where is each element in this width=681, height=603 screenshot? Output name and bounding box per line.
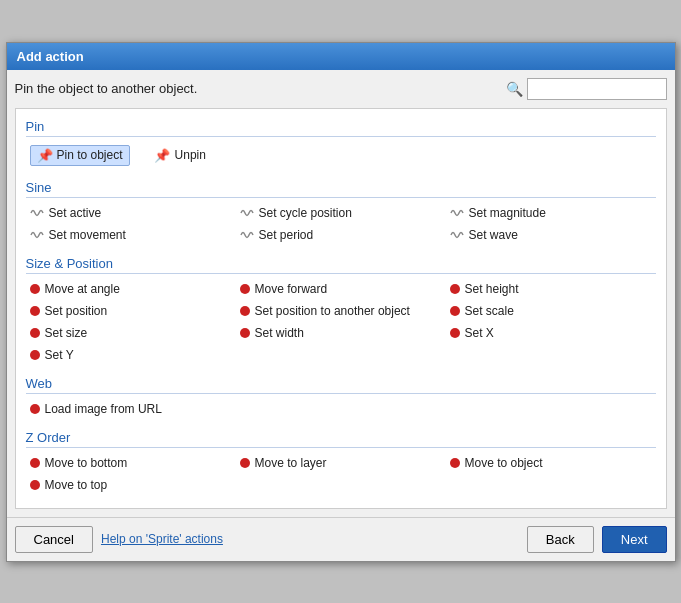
set-scale-label: Set scale [465, 304, 514, 318]
section-title-sine: Sine [26, 180, 656, 198]
set-x-label: Set X [465, 326, 494, 340]
web-items: Load image from URL [26, 400, 656, 418]
red-dot-icon [240, 306, 250, 316]
set-size-label: Set size [45, 326, 88, 340]
section-title-pin: Pin [26, 119, 656, 137]
set-position-item[interactable]: Set position [26, 302, 236, 320]
footer-left: Cancel Help on 'Sprite' actions [15, 526, 223, 553]
set-x-item[interactable]: Set X [446, 324, 656, 342]
scroll-area[interactable]: Pin 📌 Pin to object 📌 Unpin Sine [15, 108, 667, 509]
dialog-body: Pin the object to another object. 🔍 Pin … [7, 70, 675, 517]
sine-wave-icon5 [240, 229, 254, 241]
set-position-another-label: Set position to another object [255, 304, 410, 318]
section-web: Web Load image from URL [16, 372, 666, 426]
section-title-web: Web [26, 376, 656, 394]
set-y-item[interactable]: Set Y [26, 346, 236, 364]
sine-wave-icon [30, 207, 44, 219]
red-dot-icon [450, 458, 460, 468]
red-dot-icon [30, 350, 40, 360]
pin-to-object-label: Pin to object [57, 148, 123, 162]
sine-wave-icon2 [240, 207, 254, 219]
cancel-button[interactable]: Cancel [15, 526, 93, 553]
sine-set-wave[interactable]: Set wave [446, 226, 656, 244]
red-dot-icon [30, 458, 40, 468]
next-button[interactable]: Next [602, 526, 667, 553]
sine-wave-icon6 [450, 229, 464, 241]
red-dot-icon [30, 480, 40, 490]
unpin-label: Unpin [175, 148, 206, 162]
sine-wave-icon4 [30, 229, 44, 241]
sine-set-cycle-label: Set cycle position [259, 206, 352, 220]
footer-right: Back Next [527, 526, 667, 553]
description-text: Pin the object to another object. [15, 81, 498, 96]
red-dot-icon [30, 306, 40, 316]
move-forward-item[interactable]: Move forward [236, 280, 446, 298]
set-height-label: Set height [465, 282, 519, 296]
sine-set-active[interactable]: Set active [26, 204, 236, 222]
red-dot-icon [240, 284, 250, 294]
add-action-dialog: Add action Pin the object to another obj… [6, 42, 676, 562]
pin-to-object-item[interactable]: 📌 Pin to object [30, 145, 130, 166]
move-forward-label: Move forward [255, 282, 328, 296]
red-dot-icon [450, 328, 460, 338]
section-title-z-order: Z Order [26, 430, 656, 448]
title-bar: Add action [7, 43, 675, 70]
footer: Cancel Help on 'Sprite' actions Back Nex… [7, 517, 675, 561]
sine-set-magnitude-label: Set magnitude [469, 206, 546, 220]
red-dot-icon [30, 284, 40, 294]
red-dot-icon [30, 404, 40, 414]
move-to-top-label: Move to top [45, 478, 108, 492]
set-width-item[interactable]: Set width [236, 324, 446, 342]
sine-set-movement[interactable]: Set movement [26, 226, 236, 244]
set-position-another-item[interactable]: Set position to another object [236, 302, 446, 320]
sine-set-period[interactable]: Set period [236, 226, 446, 244]
set-size-item[interactable]: Set size [26, 324, 236, 342]
move-to-bottom-label: Move to bottom [45, 456, 128, 470]
unpin-item[interactable]: 📌 Unpin [150, 146, 210, 165]
search-area: 🔍 [506, 78, 667, 100]
z-order-items: Move to bottom Move to layer Move to obj… [26, 454, 656, 494]
red-dot-icon [240, 458, 250, 468]
red-dot-icon [30, 328, 40, 338]
description-bar: Pin the object to another object. 🔍 [15, 78, 667, 100]
sine-set-magnitude[interactable]: Set magnitude [446, 204, 656, 222]
sine-set-active-label: Set active [49, 206, 102, 220]
move-to-top-item[interactable]: Move to top [26, 476, 236, 494]
move-to-bottom-item[interactable]: Move to bottom [26, 454, 236, 472]
dialog-title: Add action [17, 49, 84, 64]
search-icon: 🔍 [506, 81, 523, 97]
red-dot-icon [450, 306, 460, 316]
section-pin: Pin 📌 Pin to object 📌 Unpin [16, 115, 666, 176]
section-z-order: Z Order Move to bottom Move to layer Mov… [16, 426, 666, 502]
move-to-object-label: Move to object [465, 456, 543, 470]
set-width-label: Set width [255, 326, 304, 340]
set-scale-item[interactable]: Set scale [446, 302, 656, 320]
sine-set-movement-label: Set movement [49, 228, 126, 242]
help-link[interactable]: Help on 'Sprite' actions [101, 532, 223, 546]
set-y-label: Set Y [45, 348, 74, 362]
unpin-icon: 📌 [154, 148, 170, 163]
sine-set-period-label: Set period [259, 228, 314, 242]
size-position-items: Move at angle Move forward Set height Se… [26, 280, 656, 364]
move-at-angle-label: Move at angle [45, 282, 120, 296]
set-position-label: Set position [45, 304, 108, 318]
section-title-size-position: Size & Position [26, 256, 656, 274]
back-button[interactable]: Back [527, 526, 594, 553]
set-height-item[interactable]: Set height [446, 280, 656, 298]
load-image-url-label: Load image from URL [45, 402, 162, 416]
move-to-layer-label: Move to layer [255, 456, 327, 470]
sine-items: Set active Set cycle position Set magnit… [26, 204, 656, 244]
red-dot-icon [240, 328, 250, 338]
sine-set-cycle-position[interactable]: Set cycle position [236, 204, 446, 222]
move-at-angle-item[interactable]: Move at angle [26, 280, 236, 298]
section-size-position: Size & Position Move at angle Move forwa… [16, 252, 666, 372]
section-sine: Sine Set active Set cycle position [16, 176, 666, 252]
move-to-object-item[interactable]: Move to object [446, 454, 656, 472]
search-input[interactable] [527, 78, 667, 100]
load-image-url-item[interactable]: Load image from URL [26, 400, 656, 418]
sine-set-wave-label: Set wave [469, 228, 518, 242]
sine-wave-icon3 [450, 207, 464, 219]
pin-icon: 📌 [37, 148, 53, 163]
move-to-layer-item[interactable]: Move to layer [236, 454, 446, 472]
red-dot-icon [450, 284, 460, 294]
